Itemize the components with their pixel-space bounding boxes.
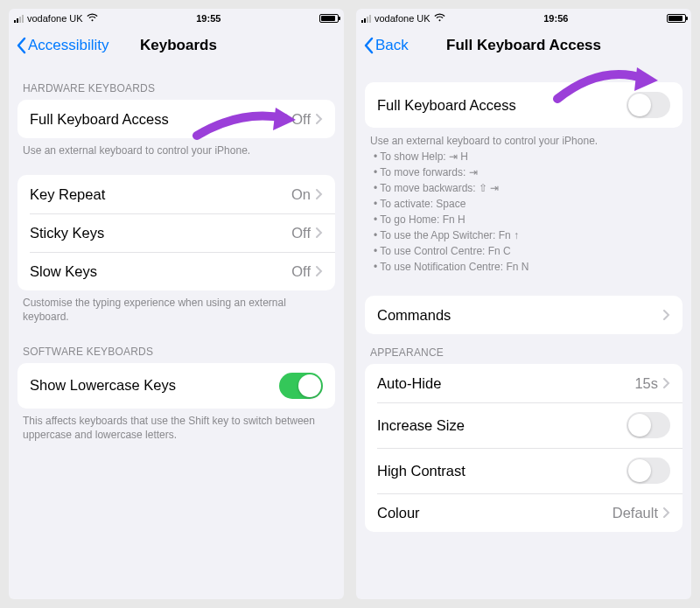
status-bar: vodafone UK 19:55 [9, 9, 344, 26]
chevron-right-icon [316, 227, 323, 238]
help-text: Use an external keyboard to control your… [356, 128, 691, 282]
help-item: To use Notification Centre: Fn N [374, 259, 677, 275]
row-label: Commands [377, 307, 663, 324]
back-button[interactable]: Back [363, 37, 409, 54]
wifi-icon [434, 13, 445, 24]
back-button[interactable]: Accessibility [16, 37, 109, 54]
row-show-lowercase[interactable]: Show Lowercase Keys [18, 363, 335, 409]
section-footer-typing: Customise the typing experience when usi… [9, 290, 344, 332]
screenshot-left: vodafone UK 19:55 Accessibility Keyboard… [9, 9, 344, 599]
row-increase-size[interactable]: Increase Size [365, 402, 682, 448]
row-value: Off [291, 111, 311, 128]
help-item: To use Control Centre: Fn C [374, 243, 677, 259]
help-item: To go Home: Fn H [374, 212, 677, 227]
chevron-left-icon [16, 37, 26, 54]
row-label: Increase Size [377, 417, 626, 434]
row-value: 15s [634, 375, 658, 392]
screenshot-right: vodafone UK 19:56 Back Full Keyboard Acc… [356, 9, 691, 599]
section-header-hardware: HARDWARE KEYBOARDS [9, 70, 344, 100]
signal-icon [361, 14, 371, 23]
toggle-increase-size[interactable] [626, 412, 670, 438]
clock-label: 19:56 [543, 13, 568, 24]
row-high-contrast[interactable]: High Contrast [365, 448, 682, 493]
help-item: To move backwards: ⇧ ⇥ [374, 180, 677, 196]
signal-icon [14, 14, 24, 23]
carrier-label: vodafone UK [27, 13, 83, 24]
help-item: To activate: Space [374, 196, 677, 212]
section-footer-lowercase: This affects keyboards that use the Shif… [9, 409, 344, 451]
row-colour[interactable]: Colour Default [365, 493, 682, 532]
chevron-right-icon [316, 114, 323, 124]
nav-bar: Back Full Keyboard Access [356, 26, 691, 65]
help-item: To show Help: ⇥ H [374, 149, 677, 164]
row-label: Show Lowercase Keys [30, 377, 279, 394]
row-commands[interactable]: Commands [365, 296, 682, 334]
chevron-right-icon [316, 189, 323, 199]
back-label: Back [375, 37, 409, 54]
wifi-icon [87, 13, 98, 24]
row-full-keyboard-access[interactable]: Full Keyboard Access [365, 82, 682, 128]
row-label: Full Keyboard Access [377, 97, 626, 114]
row-label: Slow Keys [30, 263, 291, 280]
chevron-right-icon [663, 310, 670, 320]
row-value: Off [291, 263, 311, 280]
row-value: Default [612, 505, 658, 521]
toggle-lowercase[interactable] [279, 373, 323, 399]
row-label: Colour [377, 505, 612, 521]
nav-bar: Accessibility Keyboards [9, 26, 344, 65]
chevron-right-icon [663, 507, 670, 518]
carrier-label: vodafone UK [374, 13, 430, 24]
row-sticky-keys[interactable]: Sticky Keys Off [18, 213, 335, 252]
section-footer-hardware: Use an external keyboard to control your… [9, 138, 344, 166]
toggle-high-contrast[interactable] [626, 458, 670, 484]
clock-label: 19:55 [196, 13, 220, 24]
row-key-repeat[interactable]: Key Repeat On [18, 175, 335, 213]
row-value: On [291, 186, 311, 203]
help-item: To use the App Switcher: Fn ↑ [374, 227, 677, 243]
section-header-appearance: APPEARANCE [356, 334, 691, 364]
help-item: To move forwards: ⇥ [374, 164, 677, 180]
row-label: Sticky Keys [30, 225, 291, 241]
chevron-right-icon [663, 378, 670, 388]
row-auto-hide[interactable]: Auto-Hide 15s [365, 364, 682, 402]
toggle-fka[interactable] [626, 92, 670, 118]
row-label: Key Repeat [30, 186, 291, 203]
battery-icon [319, 14, 339, 23]
row-full-keyboard-access[interactable]: Full Keyboard Access Off [18, 100, 335, 138]
chevron-left-icon [363, 37, 374, 54]
back-label: Accessibility [28, 37, 109, 54]
battery-icon [667, 14, 686, 23]
row-slow-keys[interactable]: Slow Keys Off [18, 252, 335, 290]
status-bar: vodafone UK 19:56 [356, 9, 691, 26]
section-header-software: SOFTWARE KEYBOARDS [9, 333, 344, 363]
row-label: Auto-Hide [377, 375, 634, 392]
row-label: Full Keyboard Access [30, 111, 291, 128]
help-title: Use an external keyboard to control your… [370, 133, 677, 149]
chevron-right-icon [316, 266, 323, 276]
row-label: High Contrast [377, 463, 626, 479]
row-value: Off [291, 225, 311, 241]
